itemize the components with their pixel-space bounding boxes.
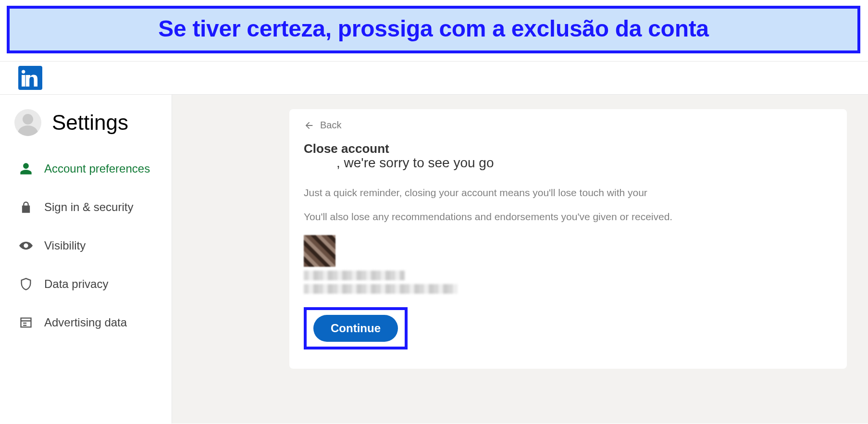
instruction-banner: Se tiver certeza, prossiga com a exclusã…: [7, 6, 860, 53]
instruction-text: Se tiver certeza, prossiga com a exclusã…: [158, 16, 709, 41]
continue-button[interactable]: Continue: [313, 315, 398, 342]
sidebar-item-label: Sign in & security: [44, 200, 133, 214]
redacted-headline-line: [304, 284, 458, 294]
back-button[interactable]: Back: [304, 120, 832, 131]
profile-photo-pixelated: [304, 235, 335, 267]
back-label: Back: [320, 120, 341, 131]
sidebar-item-account-preferences[interactable]: Account preferences: [0, 150, 172, 188]
reminder-text-2: You'll also lose any recommendations and…: [304, 211, 832, 223]
linkedin-logo[interactable]: [18, 66, 42, 90]
page-title: Settings: [52, 111, 128, 135]
redacted-name-line: [304, 271, 405, 280]
settings-header: Settings: [0, 109, 172, 150]
lock-icon: [19, 200, 33, 214]
main-content: Back Close account , we're sorry to see …: [172, 95, 868, 424]
shield-icon: [19, 277, 33, 291]
sidebar-item-label: Account preferences: [44, 162, 150, 175]
sidebar-item-sign-in-security[interactable]: Sign in & security: [0, 188, 172, 226]
profile-preview: [304, 235, 832, 294]
linkedin-icon: [22, 69, 39, 87]
sidebar-item-visibility[interactable]: Visibility: [0, 226, 172, 265]
sidebar-item-label: Data privacy: [44, 277, 108, 291]
person-icon: [19, 162, 33, 175]
card-subtitle: , we're sorry to see you go: [336, 155, 832, 171]
top-bar: [0, 61, 868, 95]
close-account-card: Back Close account , we're sorry to see …: [289, 109, 847, 369]
sidebar-item-data-privacy[interactable]: Data privacy: [0, 265, 172, 303]
sidebar-item-advertising-data[interactable]: Advertising data: [0, 303, 172, 342]
newspaper-icon: [19, 316, 33, 329]
reminder-text-1: Just a quick reminder, closing your acco…: [304, 187, 832, 199]
eye-icon: [19, 239, 33, 252]
arrow-left-icon: [304, 120, 314, 131]
avatar-placeholder-icon: [14, 109, 41, 136]
sidebar-item-label: Advertising data: [44, 316, 127, 329]
continue-highlight-box: Continue: [304, 307, 408, 349]
page-layout: Settings Account preferences Sign in & s…: [0, 95, 868, 424]
sidebar: Settings Account preferences Sign in & s…: [0, 95, 172, 424]
card-title: Close account: [304, 141, 832, 156]
sidebar-item-label: Visibility: [44, 239, 86, 252]
